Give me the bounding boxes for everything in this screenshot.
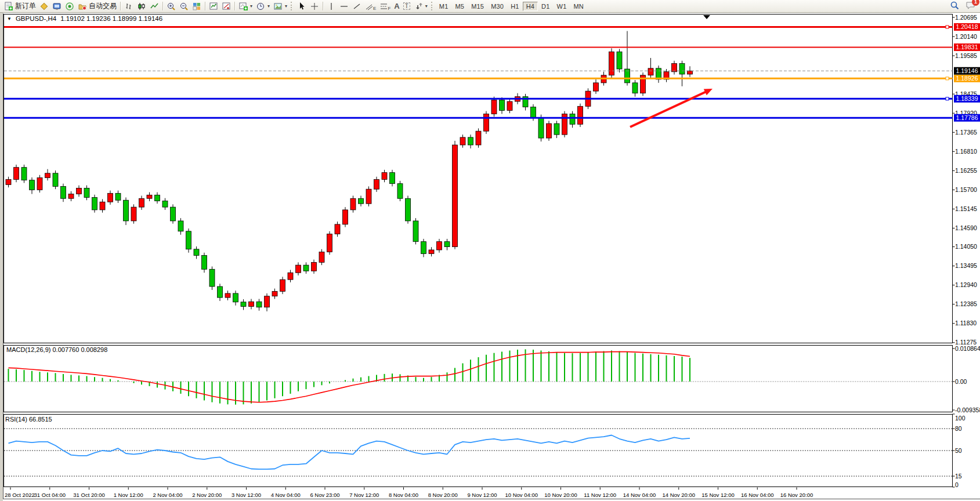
toolbar-separator (234, 2, 235, 10)
svg-text:4 Nov 04:00: 4 Nov 04:00 (271, 492, 301, 498)
channel-icon (365, 2, 373, 11)
chart-profile-button[interactable] (38, 1, 50, 12)
notifications-button[interactable]: 1 (965, 1, 975, 12)
crosshair-button[interactable] (308, 1, 321, 12)
horizontal-line-button[interactable] (338, 1, 350, 12)
main-toolbar: 新订单 自动交易 ▾ ▾ ▾ E F A T ▾ M1 M5 M15 M30 H… (0, 0, 980, 13)
svg-text:100: 100 (955, 415, 965, 422)
toolbar-grip (291, 2, 294, 10)
objects-list-button[interactable] (220, 1, 233, 12)
svg-text:8 Nov 20:00: 8 Nov 20:00 (428, 492, 458, 498)
svg-text:1.19831: 1.19831 (956, 43, 978, 50)
tab-m5[interactable]: M5 (451, 2, 468, 11)
zoom-out-button[interactable] (178, 1, 190, 12)
periods-button[interactable]: ▾ (254, 1, 272, 12)
objects-list-icon (222, 2, 231, 11)
tab-mn[interactable]: MN (570, 2, 587, 11)
tab-m15[interactable]: M15 (468, 2, 487, 11)
vertical-line-button[interactable] (325, 1, 338, 12)
new-order-label: 新订单 (15, 1, 36, 11)
signals-icon (65, 2, 74, 11)
svg-text:1.11830: 1.11830 (955, 320, 977, 326)
zoom-in-icon (167, 2, 176, 11)
new-chart-icon (238, 2, 248, 11)
tab-m30[interactable]: M30 (487, 2, 507, 11)
svg-text:1.15700: 1.15700 (955, 186, 977, 193)
svg-text:1.15145: 1.15145 (955, 205, 977, 212)
search-icon[interactable] (950, 1, 960, 12)
svg-text:16 Nov 04:00: 16 Nov 04:00 (741, 492, 774, 498)
channel-button[interactable]: E (363, 1, 378, 12)
svg-text:6 Nov 23:00: 6 Nov 23:00 (310, 492, 339, 498)
svg-text:80: 80 (955, 425, 962, 432)
tile-windows-button[interactable] (190, 1, 203, 12)
market-watch-button[interactable] (50, 1, 63, 12)
svg-text:3 Nov 12:00: 3 Nov 12:00 (232, 492, 261, 498)
svg-text:10 Nov 20:00: 10 Nov 20:00 (544, 492, 577, 498)
toolbar-separator (205, 2, 205, 10)
toolbar-separator (120, 2, 121, 10)
indicators-button[interactable] (207, 1, 220, 12)
chevron-down-icon: ▾ (425, 3, 428, 9)
cursor-button[interactable] (295, 1, 308, 12)
fibonacci-button[interactable]: F (378, 1, 392, 12)
svg-text:15: 15 (955, 473, 962, 480)
line-chart-button[interactable] (148, 1, 161, 12)
text-button[interactable]: A (392, 1, 401, 12)
bar-chart-button[interactable] (122, 1, 135, 12)
fibonacci-f-glyph: F (388, 6, 390, 12)
svg-text:2 Nov 04:00: 2 Nov 04:00 (153, 492, 182, 498)
svg-text:31 Oct 20:00: 31 Oct 20:00 (73, 492, 104, 498)
toolbar-right-group: 1 (950, 1, 980, 12)
tab-h4[interactable]: H4 (523, 2, 538, 11)
templates-button[interactable]: ▾ (272, 1, 289, 12)
svg-text:10 Nov 04:00: 10 Nov 04:00 (505, 492, 538, 498)
text-label-button[interactable]: T (402, 1, 412, 12)
tab-d1[interactable]: D1 (538, 2, 553, 11)
cursor-icon (297, 2, 306, 11)
svg-text:1.19146: 1.19146 (956, 67, 978, 74)
svg-text:1.17786: 1.17786 (956, 114, 978, 121)
trendline-icon (352, 2, 361, 11)
svg-text:0.00: 0.00 (955, 378, 967, 385)
svg-text:1.16810: 1.16810 (955, 148, 977, 155)
svg-text:8 Nov 04:00: 8 Nov 04:00 (389, 492, 418, 498)
new-order-button[interactable]: 新订单 (2, 1, 38, 12)
new-chart-button[interactable]: ▾ (237, 1, 254, 12)
arrows-button[interactable]: ▾ (412, 1, 429, 12)
arrows-icon (414, 2, 423, 11)
svg-text:2 Nov 20:00: 2 Nov 20:00 (192, 492, 222, 498)
svg-text:1.16255: 1.16255 (955, 167, 977, 174)
svg-text:14 Nov 04:00: 14 Nov 04:00 (623, 492, 656, 498)
auto-trading-button[interactable]: 自动交易 (76, 1, 118, 12)
signals-button[interactable] (63, 1, 76, 12)
candlestick-icon (137, 2, 146, 11)
line-chart-icon (150, 2, 159, 11)
toolbar-grip (431, 2, 434, 10)
candlestick-button[interactable] (135, 1, 148, 12)
zoom-in-button[interactable] (165, 1, 178, 12)
svg-text:1 Nov 12:00: 1 Nov 12:00 (114, 492, 143, 498)
svg-text:1.12385: 1.12385 (955, 300, 977, 307)
chevron-down-icon: ▾ (267, 3, 270, 9)
crosshair-icon (310, 2, 319, 11)
svg-text:1.14050: 1.14050 (955, 243, 977, 250)
svg-text:1.19585: 1.19585 (955, 52, 977, 59)
tab-m1[interactable]: M1 (436, 2, 452, 11)
channel-e-glyph: E (373, 6, 376, 12)
svg-text:0.010864: 0.010864 (955, 345, 980, 352)
profile-icon (39, 2, 49, 11)
chevron-down-icon: ▾ (285, 3, 287, 9)
svg-text:0: 0 (955, 481, 959, 488)
tab-h1[interactable]: H1 (507, 2, 522, 11)
tile-windows-icon (192, 2, 201, 11)
chart-canvas[interactable]: 1.206951.201401.195851.184751.179201.173… (0, 0, 980, 501)
trendline-button[interactable] (350, 1, 363, 12)
new-order-icon (4, 2, 13, 11)
text-label-icon: T (403, 2, 410, 10)
svg-text:1.18926: 1.18926 (956, 75, 978, 82)
tab-w1[interactable]: W1 (554, 2, 570, 11)
svg-text:1.12940: 1.12940 (955, 281, 977, 288)
svg-text:7 Nov 12:00: 7 Nov 12:00 (349, 492, 379, 498)
svg-text:1.18339: 1.18339 (956, 95, 978, 102)
